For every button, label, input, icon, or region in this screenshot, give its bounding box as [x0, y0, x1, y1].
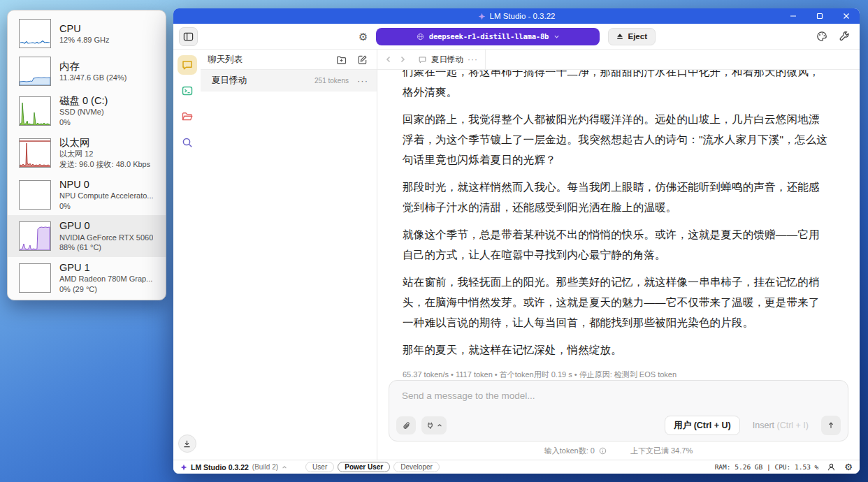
input-token-count: 输入token数: 0 — [544, 446, 595, 456]
taskman-row-gpu0[interactable]: GPU 0 NVIDIA GeForce RTX 5060 88% (61 °C… — [8, 215, 166, 257]
taskman-row-disk[interactable]: 磁盘 0 (C:) SSD (NVMe) 0% — [8, 90, 166, 132]
app-version-selector[interactable]: LM Studio 0.3.22 (Build 2) — [180, 463, 287, 472]
mode-power-user[interactable]: Power User — [338, 462, 390, 472]
npu-name: NPU Compute Accelerato... — [59, 191, 154, 201]
tab-label: 夏日悸动 — [431, 54, 463, 65]
mode-developer[interactable]: Developer — [393, 462, 440, 472]
message-scroll-area[interactable]: 们聚在一起，将这串柿子搞得一干二净，那甜甜的汁水在口中化开，和着那天的微风，格外… — [377, 70, 860, 380]
disk-usage: 0% — [59, 117, 108, 128]
eject-model-button[interactable]: Eject — [608, 28, 656, 45]
task-manager-widget: CPU 12% 4.89 GHz 内存 11.3/47.6 GB (24%) 磁… — [7, 10, 166, 300]
downloads-button[interactable] — [178, 434, 196, 453]
memory-stats: 11.3/47.6 GB (24%) — [59, 73, 126, 83]
assistant-paragraph: 们聚在一起，将这串柿子搞得一干二净，那甜甜的汁水在口中化开，和着那天的微风，格外… — [403, 70, 830, 102]
desktop: CPU 12% 4.89 GHz 内存 11.3/47.6 GB (24%) 磁… — [0, 0, 868, 482]
send-as-user-button[interactable]: 用户 (Ctrl + U) — [665, 416, 740, 435]
nav-developer-button[interactable] — [178, 81, 197, 101]
assistant-paragraph: 那年的夏天，就这样在记忆深处，悄然绽放。 — [403, 339, 830, 360]
lmstudio-logo-icon — [478, 13, 486, 20]
maximize-button[interactable] — [806, 8, 833, 24]
plug-icon — [426, 421, 435, 430]
insert-button[interactable]: Insert (Ctrl + I) — [746, 421, 816, 430]
panel-left-icon — [183, 31, 194, 42]
new-folder-button[interactable] — [333, 52, 349, 67]
memory-chart — [19, 57, 51, 86]
theme-palette-icon[interactable] — [816, 31, 827, 42]
assistant-paragraph: 那段时光，就这样悄然而入我心。每当我闭上眼睛，仿佛还能听到蝉鸣的声音，还能感觉到… — [403, 177, 830, 217]
attach-file-button[interactable] — [396, 416, 416, 434]
info-icon[interactable] — [599, 447, 607, 455]
assistant-paragraph: 站在窗前，我轻抚面上的阳光。那些美好的记忆，就这样像一串串柿子，挂在记忆的梢头，… — [403, 272, 830, 333]
gpu0-chart — [19, 221, 51, 251]
mode-user[interactable]: User — [305, 462, 334, 472]
eject-icon — [616, 33, 623, 40]
generation-stats: 65.37 token/s • 1117 token • 首个token用时 0… — [403, 370, 830, 380]
chat-bubble-icon — [181, 59, 194, 71]
chevron-up-icon — [282, 465, 287, 470]
cpu-title: CPU — [59, 22, 110, 35]
taskman-row-gpu1[interactable]: GPU 1 AMD Radeon 780M Grap... 0% (29 °C) — [8, 257, 166, 299]
taskman-row-npu[interactable]: NPU 0 NPU Compute Accelerato... 0% — [8, 174, 166, 216]
left-icon-rail — [173, 50, 201, 460]
plugins-button[interactable] — [421, 416, 447, 434]
sidebar-toggle-button[interactable] — [179, 27, 198, 46]
lmstudio-logo-icon — [180, 464, 187, 471]
toolbar: ⚙ deepseek-r1-distill-llama-8b — [173, 24, 860, 50]
ethernet-chart — [19, 138, 51, 168]
chat-item-token-count: 251 tokens — [314, 77, 349, 85]
chat-list-panel: 聊天列表 夏日悸动 — [201, 50, 377, 460]
settings-gear-icon[interactable]: ⚙ — [844, 462, 853, 472]
npu-usage: 0% — [59, 201, 154, 212]
tab-more-button[interactable]: ··· — [468, 54, 478, 64]
gpu1-name: AMD Radeon 780M Grap... — [59, 274, 152, 284]
user-account-icon[interactable] — [827, 462, 836, 472]
resource-usage: RAM: 5.26 GB | CPU: 1.53 % — [715, 463, 819, 471]
chat-list-title: 聊天列表 — [208, 54, 328, 66]
message-input[interactable] — [396, 385, 841, 416]
new-chat-button[interactable] — [354, 52, 370, 67]
window-title: LM Studio - 0.3.22 — [490, 12, 556, 20]
gpu0-title: GPU 0 — [59, 219, 153, 232]
assistant-paragraph: 就像这个季节，总是带着某种说不出的悄悄的快乐。或许，这就是夏天的馈赠——它用自己… — [403, 224, 830, 265]
nav-discover-button[interactable] — [178, 133, 197, 152]
disk-title: 磁盘 0 (C:) — [59, 94, 108, 107]
app-version: LM Studio 0.3.22 — [191, 463, 249, 472]
chat-main-panel: 夏日悸动 ··· 们聚在一起，将这串柿子搞得一干二净，那甜甜的汁水在口中化开，和… — [377, 50, 860, 460]
terminal-icon — [181, 85, 194, 97]
npu-title: NPU 0 — [59, 178, 154, 191]
context-status-line: 输入token数: 0 上下文已满 34.7% — [377, 441, 860, 460]
paperclip-icon — [402, 421, 411, 430]
cpu-stats: 12% 4.89 GHz — [59, 35, 110, 45]
arrow-up-icon — [827, 421, 835, 430]
assistant-paragraph: 回家的路上，我觉得整个人都被阳光灼得暖洋洋的。远处的山坡上，几片白云悠闲地漂浮着… — [403, 109, 830, 170]
taskman-row-cpu[interactable]: CPU 12% 4.89 GHz — [8, 15, 166, 52]
ethernet-throughput: 发送: 96.0 接收: 48.0 Kbps — [59, 159, 150, 170]
disk-chart — [19, 96, 51, 126]
memory-title: 内存 — [59, 60, 126, 73]
nav-chat-button[interactable] — [178, 55, 197, 75]
chat-item-more-button[interactable]: ··· — [354, 75, 371, 86]
chevron-down-icon — [554, 34, 560, 40]
close-button[interactable] — [833, 8, 860, 24]
status-bar: LM Studio 0.3.22 (Build 2) User Power Us… — [173, 460, 860, 474]
chat-list-item[interactable]: 夏日悸动 251 tokens ··· — [201, 70, 377, 92]
ethernet-title: 以太网 — [59, 136, 150, 149]
nav-forward-button[interactable] — [396, 52, 410, 66]
nav-my-models-button[interactable] — [178, 107, 197, 126]
taskman-row-ethernet[interactable]: 以太网 以太网 12 发送: 96.0 接收: 48.0 Kbps — [8, 132, 166, 174]
gpu1-usage: 0% (29 °C) — [59, 284, 152, 295]
loaded-model-selector[interactable]: deepseek-r1-distill-llama-8b — [376, 28, 600, 45]
chat-list-header: 聊天列表 — [201, 50, 377, 70]
tab-current-chat[interactable]: 夏日悸动 ··· — [410, 50, 486, 69]
taskman-row-memory[interactable]: 内存 11.3/47.6 GB (24%) — [8, 52, 166, 90]
context-full-percent: 上下文已满 34.7% — [630, 446, 693, 456]
ethernet-name: 以太网 12 — [59, 149, 150, 159]
gpu1-chart — [19, 263, 51, 293]
nav-back-button[interactable] — [382, 52, 396, 66]
minimize-button[interactable] — [780, 8, 806, 24]
wrench-icon[interactable] — [839, 31, 850, 42]
send-button[interactable] — [821, 416, 841, 435]
model-settings-gear-icon[interactable]: ⚙ — [359, 31, 368, 42]
titlebar: LM Studio - 0.3.22 — [173, 8, 860, 24]
tab-bar: 夏日悸动 ··· — [377, 50, 860, 70]
